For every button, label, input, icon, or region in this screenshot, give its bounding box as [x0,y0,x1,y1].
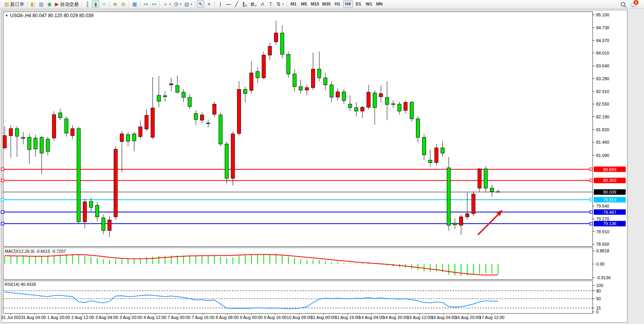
timeframe-d1-button[interactable]: D1 [354,0,363,8]
toolbar-group-orders: ▤新订单 [1,0,27,9]
chart-shift-button[interactable]: ↤ [150,0,158,8]
chart-window[interactable]: 85.10084.73084.37084.01083.64083.28082.9… [0,9,644,324]
line-chart-button[interactable]: ≈ [100,0,107,8]
zoom-out-button[interactable]: ⊖ [119,0,127,8]
candle [207,123,210,124]
new-order-button[interactable]: ▤新订单 [3,0,25,8]
data-window-icon: ▥ [39,2,44,7]
line-handle[interactable] [1,211,4,213]
add-indicator-button[interactable]: ＋▾ [161,0,172,8]
search-button[interactable] [619,0,626,8]
line-handle[interactable] [590,222,593,225]
candlestick-chart-button[interactable]: ▮ [92,0,99,8]
candle [157,95,161,101]
chevron-down-icon: ▾ [169,3,171,5]
timeframe-mn-button[interactable]: MN [375,0,384,8]
notification-badge: 1 [633,0,639,5]
svg-text:81.090: 81.090 [596,153,609,158]
macd-label: MACD(12,26,9) -0.6615 -0.7207 [5,249,66,254]
svg-text:100: 100 [596,283,603,288]
tile-windows-icon: ▦ [132,2,137,7]
period-button[interactable]: ◷▾ [173,0,182,8]
notifications-button[interactable]: 1 [630,0,640,8]
candle [348,104,352,107]
autotrading-button[interactable]: ▶自动交易 [54,0,80,8]
vertical-line-button[interactable]: ∣ [216,0,224,8]
timeframe-m1-label: M1 [291,2,297,6]
svg-text:80.369: 80.369 [603,178,616,183]
arrows-button[interactable]: ⇅▾ [275,0,284,8]
bar-chart-button[interactable]: ║ [84,0,91,8]
fibonacci-button[interactable]: ≣F [249,0,258,8]
channel-button[interactable]: ∥E [241,0,248,8]
line-handle[interactable] [590,198,593,201]
strategy-tester-button[interactable]: ◉ [46,0,53,8]
horizontal-line-button[interactable]: — [225,0,232,8]
candle [9,129,12,136]
line-handle[interactable] [1,179,4,182]
candle [497,192,500,192]
text-label-icon: T [269,2,272,7]
text-button[interactable]: A [259,0,266,8]
line-handle[interactable] [590,211,593,213]
candle [250,73,253,90]
line-handle[interactable] [1,222,4,225]
svg-text:14 Aug 20:00: 14 Aug 20:00 [383,315,408,320]
line-handle[interactable] [1,168,4,171]
trendline-button[interactable]: ╱ [233,0,240,8]
template-button[interactable]: ▧▾ [183,0,193,8]
candle [151,108,154,137]
candle [262,55,265,77]
line-handle[interactable] [1,198,4,201]
svg-text:84.010: 84.010 [596,51,609,55]
timeframe-h4-button[interactable]: H4 [343,0,353,8]
bar-chart-icon: ║ [86,2,89,7]
candle [453,223,457,225]
toolbar-right: 1 [619,0,642,8]
candle [163,96,167,97]
timeframe-m5-button[interactable]: M5 [299,0,309,8]
data-window-button[interactable]: ▥ [37,0,45,8]
fibonacci-sub-label: F [255,4,257,7]
toolbar-group-pointer: ↖+ [195,0,214,9]
candle [385,97,389,104]
svg-text:82.190: 82.190 [596,114,609,119]
channel-icon: ∥ [242,2,245,7]
auto-scroll-button[interactable]: ↦ [142,0,149,8]
svg-text:0: 0 [596,310,598,314]
candle [225,144,228,178]
vertical-line-icon: ∣ [219,2,222,7]
candle [342,92,346,100]
chevron-down-icon: ▾ [180,3,181,5]
candle [311,69,315,88]
candle [95,205,99,217]
toolbar-group-chart-types: ║▮≈ [81,0,109,9]
line-handle[interactable] [590,168,593,171]
candle [40,137,44,153]
timeframe-m30-button[interactable]: M30 [321,0,332,8]
timeframe-m1-button[interactable]: M1 [289,0,298,8]
zoom-in-button[interactable]: ⊕ [111,0,119,8]
text-label-button[interactable]: T [267,0,274,8]
svg-text:0.8818: 0.8818 [596,248,609,253]
tile-windows-button[interactable]: ▦ [131,0,138,8]
cursor-button[interactable]: ↖ [197,0,204,8]
timeframe-mn-label: MN [376,2,383,6]
timeframe-h1-button[interactable]: H1 [333,0,342,8]
line-handle[interactable] [590,179,593,182]
timeframe-m15-button[interactable]: M15 [310,0,320,8]
timeframe-m15-label: M15 [311,2,319,6]
candle [410,102,414,119]
candle [435,148,438,163]
timeframe-w1-label: W1 [366,2,372,6]
panel-splitter[interactable] [3,247,593,248]
candle [274,33,278,42]
timeframe-m5-label: M5 [301,2,307,6]
timeframe-w1-button[interactable]: W1 [364,0,374,8]
svg-text:78.550: 78.550 [596,242,609,247]
market-watch-button[interactable]: ◧ [29,0,37,8]
candle [145,115,148,129]
panel-splitter[interactable] [3,280,593,281]
svg-text:15 Aug 12:00: 15 Aug 12:00 [407,315,432,320]
crosshair-button[interactable]: + [205,0,212,8]
